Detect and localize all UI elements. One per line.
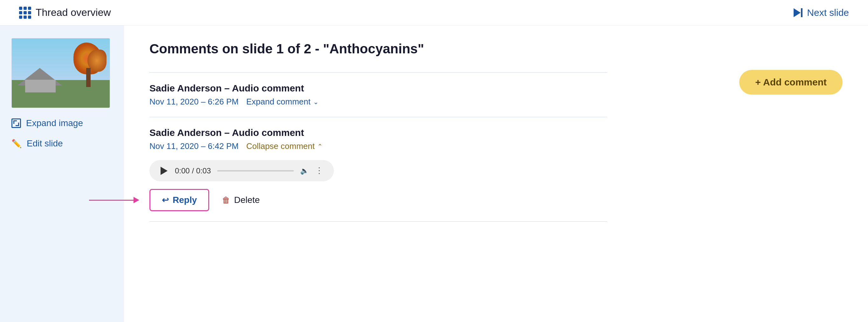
content-area: Comments on slide 1 of 2 - "Anthocyanins… <box>124 26 633 322</box>
arrow-line <box>89 200 133 201</box>
play-button[interactable] <box>160 167 168 175</box>
thread-overview-label: Thread overview <box>36 7 111 19</box>
main-layout: Expand image ✏️ Edit slide Comments on s… <box>0 26 868 322</box>
next-slide-label: Next slide <box>807 7 849 18</box>
sidebar: Expand image ✏️ Edit slide <box>0 26 124 322</box>
thread-overview-link[interactable]: Thread overview <box>19 7 111 19</box>
top-bar: Thread overview Next slide <box>0 0 868 26</box>
more-options-button[interactable]: ⋮ <box>315 166 324 176</box>
comment-thread: Sadie Anderson – Audio comment Nov 11, 2… <box>149 72 607 222</box>
expand-image-icon <box>11 118 21 128</box>
slide-thumbnail <box>11 38 110 108</box>
next-slide-icon <box>792 7 803 19</box>
comment-author: Sadie Anderson – Audio comment <box>149 127 607 138</box>
reply-button[interactable]: ↩ Reply <box>149 189 209 211</box>
chevron-up-icon: ⌃ <box>317 143 323 150</box>
expand-comment-link[interactable]: Expand comment ⌄ <box>246 97 318 107</box>
chevron-down-icon: ⌄ <box>313 98 318 106</box>
comment-date: Nov 11, 2020 – 6:26 PM <box>149 97 239 107</box>
collapse-comment-link[interactable]: Collapse comment ⌃ <box>246 141 322 151</box>
edit-slide-label: Edit slide <box>27 138 63 149</box>
trash-icon: 🗑 <box>222 195 230 205</box>
pencil-icon: ✏️ <box>11 139 22 149</box>
expand-comment-label: Expand comment <box>246 97 310 107</box>
delete-label: Delete <box>234 195 260 205</box>
edit-slide-action[interactable]: ✏️ Edit slide <box>11 138 63 149</box>
add-comment-label: + Add comment <box>755 77 827 87</box>
arrow-indicator <box>89 197 139 203</box>
svg-marker-0 <box>794 8 801 17</box>
add-comment-button[interactable]: + Add comment <box>739 70 843 95</box>
expand-image-action[interactable]: Expand image <box>11 118 83 128</box>
comment-meta: Nov 11, 2020 – 6:42 PM Collapse comment … <box>149 141 607 151</box>
comment-author: Sadie Anderson – Audio comment <box>149 83 607 94</box>
audio-progress-bar[interactable] <box>217 170 294 172</box>
next-slide-button[interactable]: Next slide <box>792 7 849 19</box>
delete-button[interactable]: 🗑 Delete <box>222 195 260 205</box>
audio-current-time: 0:00 / 0:03 <box>175 167 211 175</box>
svg-rect-1 <box>801 8 803 17</box>
reply-icon: ↩ <box>162 195 169 205</box>
audio-player: 0:00 / 0:03 🔈 ⋮ <box>149 160 334 181</box>
comment-item: Sadie Anderson – Audio comment Nov 11, 2… <box>149 73 607 117</box>
add-comment-area: + Add comment <box>739 70 843 95</box>
comment-meta: Nov 11, 2020 – 6:26 PM Expand comment ⌄ <box>149 97 607 107</box>
arrow-head <box>133 197 139 203</box>
volume-icon[interactable]: 🔈 <box>300 167 309 175</box>
comment-item: Sadie Anderson – Audio comment Nov 11, 2… <box>149 117 607 222</box>
comment-actions-row: ↩ Reply 🗑 Delete <box>149 189 607 211</box>
comment-date: Nov 11, 2020 – 6:42 PM <box>149 141 239 151</box>
play-icon <box>161 167 167 175</box>
expand-image-label: Expand image <box>26 118 83 128</box>
grid-icon <box>19 7 31 19</box>
page-title: Comments on slide 1 of 2 - "Anthocyanins… <box>149 41 607 57</box>
reply-label: Reply <box>173 195 197 205</box>
collapse-comment-label: Collapse comment <box>246 141 314 151</box>
